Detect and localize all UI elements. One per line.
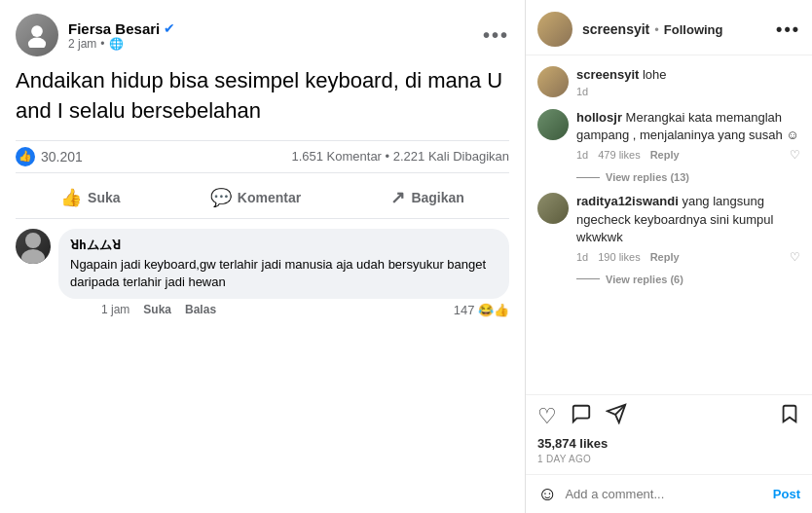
ig-post-caption-text: lohe xyxy=(639,67,666,82)
ig-comment-2-user: raditya12iswandi xyxy=(576,194,679,208)
fb-comment-icon: 💬 xyxy=(210,187,232,208)
ig-add-comment-bar: ☺ Post xyxy=(526,474,812,513)
fb-likes: 👍 30.201 xyxy=(16,147,83,166)
ig-bookmark-icon[interactable] xyxy=(779,403,800,430)
fb-comment-reactions: 147 😂👍 xyxy=(454,303,509,317)
ig-header-dot: • xyxy=(654,22,659,37)
ig-share-icon[interactable] xyxy=(606,403,627,430)
ig-comment-2-heart-icon[interactable]: ♡ xyxy=(790,250,800,264)
instagram-panel: screensyit • Following ••• screensyit lo… xyxy=(526,0,812,513)
fb-avatar xyxy=(16,14,58,56)
ig-comment-2-time: 1d xyxy=(576,251,588,263)
svg-point-0 xyxy=(31,25,43,37)
ig-user-avatar xyxy=(537,12,572,47)
fb-comment-avatar xyxy=(16,229,51,264)
fb-comment-bubble: ꓤhムムꓤ Ngapain jadi keyboard,gw terlahir … xyxy=(58,229,509,299)
fb-comment-label: Komentar xyxy=(238,190,301,205)
fb-post-header: Fiersa Besari ✔ 2 jam • 🌐 ••• xyxy=(16,14,509,56)
fb-user-info: Fiersa Besari ✔ 2 jam • 🌐 xyxy=(16,14,175,56)
ig-comment-1-meta: 1d 479 likes Reply ♡ xyxy=(576,148,800,162)
fb-stats: 👍 30.201 1.651 Komentar • 2.221 Kali Dib… xyxy=(16,140,509,173)
ig-comment-1-text: hollosjr Merangkai kata memanglah gampan… xyxy=(576,109,800,144)
fb-like-icon: 👍 xyxy=(16,147,35,166)
fb-likes-count: 30.201 xyxy=(41,149,83,165)
fb-comments-count: 1.651 Komentar xyxy=(291,149,382,164)
ig-comment-input[interactable] xyxy=(565,487,764,501)
fb-share-button[interactable]: ↗ Bagikan xyxy=(375,181,479,214)
ig-comment-1-user: hollosjr xyxy=(576,110,622,125)
fb-privacy-icon: 🌐 xyxy=(109,37,124,51)
fb-comment-footer: 1 jam Suka Balas 147 😂👍 xyxy=(58,303,509,317)
fb-comment-button[interactable]: 💬 Komentar xyxy=(195,181,316,214)
ig-comment-1: hollosjr Merangkai kata memanglah gampan… xyxy=(537,109,800,162)
fb-thumbs-up-icon: 👍 xyxy=(60,187,82,208)
fb-reaction-count: 147 😂👍 xyxy=(454,303,509,317)
fb-comment-like-action[interactable]: Suka xyxy=(143,303,171,316)
ig-comment-icon[interactable] xyxy=(571,403,592,430)
ig-post-header: screensyit • Following ••• xyxy=(526,0,812,55)
ig-comment-2-text: raditya12iswandi yang langsung ngecheck … xyxy=(576,193,800,246)
fb-share-label: Bagikan xyxy=(411,190,463,205)
fb-action-bar: 👍 Suka 💬 Komentar ↗ Bagikan xyxy=(16,177,509,219)
fb-comment-text: Ngapain jadi keyboard,gw terlahir jadi m… xyxy=(70,256,498,291)
fb-shares-count: 2.221 Kali Dibagikan xyxy=(393,149,509,164)
ig-comment-2-meta: 1d 190 likes Reply ♡ xyxy=(576,250,800,264)
ig-view-replies-1[interactable]: View replies (13) xyxy=(576,171,800,183)
ig-action-bar: ♡ 35,874 likes 1 DAY AGO xyxy=(526,394,812,474)
ig-comment-2-likes: 190 likes xyxy=(598,251,640,263)
fb-comment-time: 1 jam xyxy=(101,303,129,316)
ig-comment-2-reply[interactable]: Reply xyxy=(650,251,680,263)
ig-post-caption-avatar xyxy=(537,66,569,97)
ig-post-comment-button[interactable]: Post xyxy=(773,487,800,501)
ig-comment-2-content: raditya12iswandi yang langsung ngecheck … xyxy=(576,193,800,264)
ig-username: screensyit xyxy=(582,21,649,37)
ig-post-caption: screensyit lohe 1d xyxy=(537,65,800,97)
fb-comment-item: ꓤhムムꓤ Ngapain jadi keyboard,gw terlahir … xyxy=(16,229,509,317)
facebook-panel: Fiersa Besari ✔ 2 jam • 🌐 ••• Andaikan h… xyxy=(0,0,526,513)
ig-comment-1-time: 1d xyxy=(576,149,588,161)
ig-view-replies-2[interactable]: View replies (6) xyxy=(576,274,800,285)
fb-share-icon: ↗ xyxy=(390,187,405,208)
ig-more-button[interactable]: ••• xyxy=(776,19,800,40)
fb-verified-badge: ✔ xyxy=(164,20,175,36)
ig-post-time: 1d xyxy=(576,86,667,97)
ig-comment-1-reply[interactable]: Reply xyxy=(650,149,680,161)
svg-point-2 xyxy=(25,233,41,248)
fb-user-name: Fiersa Besari xyxy=(68,20,160,37)
fb-like-label: Suka xyxy=(88,190,120,205)
fb-commenter-name: ꓤhムムꓤ xyxy=(70,237,498,254)
ig-post-date: 1 DAY AGO xyxy=(537,454,800,464)
svg-point-1 xyxy=(28,38,46,48)
ig-action-icons: ♡ xyxy=(537,403,800,430)
ig-comment-1-heart-icon[interactable]: ♡ xyxy=(790,148,800,162)
fb-comments-shares: 1.651 Komentar • 2.221 Kali Dibagikan xyxy=(291,149,509,164)
ig-comment-1-avatar xyxy=(537,109,569,140)
ig-comment-1-content: hollosjr Merangkai kata memanglah gampan… xyxy=(576,109,800,162)
ig-heart-icon[interactable]: ♡ xyxy=(537,404,557,429)
fb-post-text: Andaikan hidup bisa sesimpel keyboard, d… xyxy=(16,66,509,127)
fb-like-button[interactable]: 👍 Suka xyxy=(45,181,135,214)
fb-separator: • xyxy=(100,37,104,51)
ig-comment-2-avatar xyxy=(537,193,569,224)
ig-emoji-button[interactable]: ☺ xyxy=(537,483,557,505)
ig-following-label[interactable]: Following xyxy=(664,22,723,37)
fb-comment-reply-action[interactable]: Balas xyxy=(185,303,216,316)
fb-more-button[interactable]: ••• xyxy=(483,24,509,47)
ig-comment-1-likes: 479 likes xyxy=(598,149,640,161)
ig-comment-2: raditya12iswandi yang langsung ngecheck … xyxy=(537,193,800,264)
svg-point-3 xyxy=(21,249,45,264)
ig-likes-count: 35,874 likes xyxy=(537,436,800,451)
fb-post-time: 2 jam xyxy=(68,37,96,51)
ig-comments-area: screensyit lohe 1d hollosjr Merangkai ka… xyxy=(526,55,812,394)
ig-post-caption-user: screensyit xyxy=(576,67,639,82)
